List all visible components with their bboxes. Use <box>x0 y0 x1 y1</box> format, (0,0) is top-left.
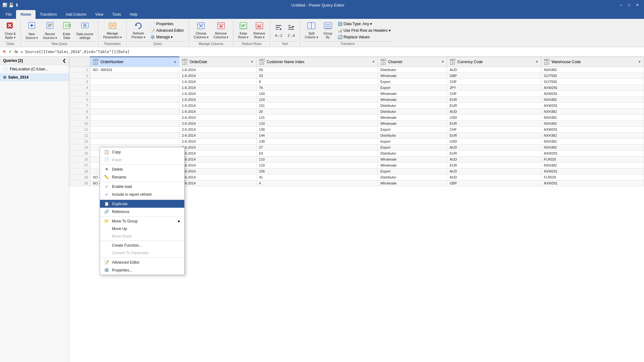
manage-parameters-button[interactable]: {x} ManageParameters ▾ <box>101 21 124 40</box>
table-row[interactable]: 1SO - 0001011-6-201459DistributorAUDNXH3… <box>69 67 644 73</box>
table-row[interactable]: 61-6-2014124WholesaleEURNXH382 <box>69 97 644 103</box>
advanced-editor-button[interactable]: 📝 Advanced Editor <box>148 27 186 34</box>
query-item-sales2014[interactable]: ⊞ Sales_2014 <box>0 73 69 81</box>
queries-collapse-icon[interactable]: ❮ <box>63 58 66 63</box>
table-row[interactable]: 21-6-201433WholesaleGBPGUT930 <box>69 73 644 79</box>
table-cell: NXH382 <box>541 145 644 151</box>
data-area[interactable]: ABC123 OrderNumber ▼ ABC123 OrderDate ▼ <box>69 57 644 362</box>
tab-help[interactable]: Help <box>125 10 142 19</box>
ctx-convert-parameter: Convert To Parameter <box>100 249 184 257</box>
enter-data-icon: 123 <box>62 21 71 32</box>
ribbon: Close &Apply ▾ Close NewSource ▾ <box>0 19 644 47</box>
data-type-button[interactable]: 🔢 Data Type: Any ▾ <box>336 21 393 27</box>
close-apply-button[interactable]: Close &Apply ▾ <box>3 21 18 40</box>
table-cell: 156 <box>256 168 378 174</box>
table-row[interactable]: 41-6-201476ExportJPYAXW291 <box>69 85 644 91</box>
table-row[interactable]: 112-6-2014130ExportCHFAXW291 <box>69 127 644 133</box>
ctx-reference[interactable]: 🔗 Reference <box>100 208 184 216</box>
ctx-move-down-label: Move Down <box>112 234 132 239</box>
keep-rows-button[interactable]: KeepRows ▾ <box>236 21 251 40</box>
choose-columns-button[interactable]: ChooseColumns ▾ <box>192 21 211 40</box>
parameters-buttons: {x} ManageParameters ▾ <box>101 20 124 41</box>
enter-data-button[interactable]: 123 EnterData <box>60 21 74 40</box>
ctx-delete[interactable]: ✕ Delete <box>100 165 184 173</box>
minimize-button[interactable]: ─ <box>617 2 625 8</box>
tab-home[interactable]: Home <box>16 10 35 19</box>
split-column-button[interactable]: SplitColumn ▾ <box>303 21 320 40</box>
recent-sources-button[interactable]: RecentSources ▾ <box>41 21 59 40</box>
table-row[interactable]: 71-6-2014151DistributorEURAXW291 <box>69 103 644 109</box>
accept-formula-icon[interactable]: ✓ <box>8 49 12 54</box>
query-item-filelocation[interactable]: 📄 FileLocation (C:\User... <box>0 65 69 73</box>
use-first-row-button[interactable]: 📊 Use First Row as Headers ▾ <box>336 27 393 34</box>
ctx-include-refresh[interactable]: ✓ Include in report refresh <box>100 190 184 198</box>
col-header-warehousecode[interactable]: ABC123 Warehouse Code ▼ <box>541 57 644 67</box>
ribbon-group-manage-columns: ChooseColumns ▾ RemoveColumns ▾ Manage C… <box>189 20 234 46</box>
replace-values-button[interactable]: 🔄 Replace Values <box>336 34 393 40</box>
col-filter-customernameindex[interactable]: ▼ <box>372 60 375 63</box>
table-cell: NXH382 <box>541 139 644 145</box>
ctx-create-function[interactable]: Create Function... <box>100 242 184 249</box>
refresh-preview-button[interactable]: RefreshPreview ▾ <box>129 21 147 40</box>
file-query-icon: 📄 <box>3 67 8 71</box>
keep-rows-icon <box>239 21 248 31</box>
col-filter-ordernumber[interactable]: ▼ <box>173 60 176 64</box>
ctx-sep-6 <box>100 257 184 258</box>
ctx-enable-load[interactable]: ✓ Enable load <box>100 183 184 190</box>
col-header-orderdate[interactable]: ABC123 OrderDate ▼ <box>179 57 256 67</box>
tab-transform[interactable]: Transform <box>36 10 61 19</box>
col-filter-currencycode[interactable]: ▼ <box>536 60 539 63</box>
remove-rows-button[interactable]: RemoveRows ▾ <box>251 21 267 40</box>
tab-view[interactable]: View <box>91 10 108 19</box>
col-type-ordernumber: ABC123 <box>93 58 99 65</box>
tab-add-column[interactable]: Add Column <box>61 10 91 19</box>
quick-save-icon[interactable]: 💾 <box>8 3 14 8</box>
ctx-copy[interactable]: 📋 Copy <box>100 148 184 156</box>
close-button[interactable]: ✕ <box>633 2 641 8</box>
data-source-settings-button[interactable]: Data sourcesettings <box>74 21 96 40</box>
col-filter-orderdate[interactable]: ▼ <box>251 60 254 63</box>
table-cell: GUT930 <box>541 73 644 79</box>
table-cell: NXH382 <box>541 109 644 115</box>
table-row[interactable]: 92-6-2014121WholesaleUSDNXH382 <box>69 115 644 121</box>
quick-access-icon[interactable]: ⬇ <box>15 3 19 8</box>
ctx-advanced-editor[interactable]: 📝 Advanced Editor <box>100 258 184 266</box>
formula-input[interactable] <box>21 50 641 54</box>
table-row[interactable]: 31-6-20148ExportCHFGUT930 <box>69 79 644 85</box>
col-header-ordernumber[interactable]: ABC123 OrderNumber ▼ <box>90 57 179 67</box>
col-header-customernameindex[interactable]: ABC123 Customer Name Index ▼ <box>256 57 378 67</box>
properties-button[interactable]: 📄 Properties <box>148 21 186 27</box>
tab-file[interactable]: File <box>1 10 16 19</box>
ctx-move-to-group[interactable]: 📁 Move To Group ▶ <box>100 217 184 225</box>
new-source-label: NewSource ▾ <box>25 32 38 40</box>
new-source-button[interactable]: NewSource ▾ <box>23 21 40 40</box>
remove-columns-button[interactable]: RemoveColumns ▾ <box>211 21 230 40</box>
table-cell: GBP <box>447 180 541 186</box>
ctx-rename[interactable]: ✏️ Rename <box>100 173 184 181</box>
sort-desc-button[interactable]: Z→A <box>285 21 297 40</box>
table-row[interactable]: 81-6-201420DistributorAUDNXH382 <box>69 109 644 115</box>
table-row[interactable]: 102-6-2014110WholesaleEURNXH382 <box>69 121 644 127</box>
tab-tools[interactable]: Tools <box>108 10 125 19</box>
table-row[interactable]: 132-6-2014130ExportUSDNXH382 <box>69 139 644 145</box>
col-filter-channel[interactable]: ▼ <box>441 60 444 63</box>
sort-asc-button[interactable]: A→Z <box>273 21 285 40</box>
table-cell: 2-6-2014 <box>179 174 256 180</box>
col-header-currencycode[interactable]: ABC123 Currency Code ▼ <box>447 57 541 67</box>
col-label-orderdate: OrderDate <box>190 60 207 64</box>
ctx-properties[interactable]: ⚙️ Properties... <box>100 266 184 274</box>
ctx-duplicate[interactable]: 📋 Duplicate <box>100 200 184 208</box>
sort-asc-icon <box>275 23 282 33</box>
ctx-move-up[interactable]: Move Up <box>100 225 184 233</box>
maximize-button[interactable]: □ <box>625 2 633 8</box>
col-header-channel[interactable]: ABC123 Channel ▼ <box>378 57 447 67</box>
advanced-editor-icon: 📝 <box>150 28 155 33</box>
row-num-cell: 15 <box>69 151 90 156</box>
table-cell: 110 <box>256 121 378 127</box>
group-by-button[interactable]: GroupBy <box>321 21 335 40</box>
manage-button[interactable]: ⚙️ Manage ▾ <box>148 34 186 40</box>
cancel-formula-icon[interactable]: ✕ <box>3 49 6 54</box>
table-row[interactable]: 122-6-2014144DistributorEURNXH382 <box>69 133 644 139</box>
col-filter-warehousecode[interactable]: ▼ <box>638 60 641 63</box>
table-row[interactable]: 51-6-2014143WholesaleCHFAXW291 <box>69 91 644 97</box>
